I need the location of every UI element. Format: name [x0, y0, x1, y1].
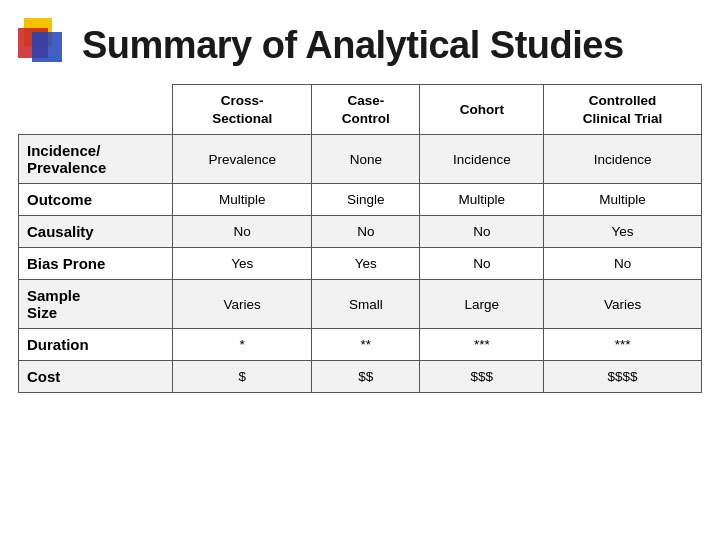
col-header-cohort: Cohort [420, 85, 544, 135]
cell-cross-sectional: Yes [173, 248, 312, 280]
cell-case-control: No [312, 216, 420, 248]
cell-cohort: *** [420, 329, 544, 361]
cell-cross-sectional: Varies [173, 280, 312, 329]
cell-controlled-clinical-trial: Yes [544, 216, 702, 248]
col-header-cross-sectional: Cross-Sectional [173, 85, 312, 135]
table-row: Bias ProneYesYesNoNo [19, 248, 702, 280]
row-label: Bias Prone [19, 248, 173, 280]
table-body: Incidence/PrevalencePrevalenceNoneIncide… [19, 135, 702, 393]
table-row: CausalityNoNoNoYes [19, 216, 702, 248]
col-header-empty [19, 85, 173, 135]
cell-cohort: $$$ [420, 361, 544, 393]
cell-cohort: No [420, 216, 544, 248]
table-container: Cross-Sectional Case-Control Cohort Cont… [0, 84, 720, 403]
page-header: Summary of Analytical Studies [0, 0, 720, 84]
table-row: SampleSizeVariesSmallLargeVaries [19, 280, 702, 329]
row-label: Causality [19, 216, 173, 248]
cell-cohort: Large [420, 280, 544, 329]
table-row: Incidence/PrevalencePrevalenceNoneIncide… [19, 135, 702, 184]
cell-controlled-clinical-trial: *** [544, 329, 702, 361]
cell-case-control: $$ [312, 361, 420, 393]
cell-cohort: Multiple [420, 184, 544, 216]
cell-cross-sectional: Prevalence [173, 135, 312, 184]
cell-case-control: ** [312, 329, 420, 361]
cell-case-control: Single [312, 184, 420, 216]
cell-cross-sectional: Multiple [173, 184, 312, 216]
table-row: Duration********* [19, 329, 702, 361]
cell-controlled-clinical-trial: No [544, 248, 702, 280]
col-header-case-control: Case-Control [312, 85, 420, 135]
row-label: Duration [19, 329, 173, 361]
page-title: Summary of Analytical Studies [82, 24, 624, 67]
cell-cohort: Incidence [420, 135, 544, 184]
col-header-controlled-clinical-trial: ControlledClinical Trial [544, 85, 702, 135]
cell-controlled-clinical-trial: Multiple [544, 184, 702, 216]
row-label: SampleSize [19, 280, 173, 329]
table-row: Cost$$$$$$$$$$ [19, 361, 702, 393]
cell-cross-sectional: * [173, 329, 312, 361]
cell-case-control: None [312, 135, 420, 184]
row-label: Incidence/Prevalence [19, 135, 173, 184]
cell-cross-sectional: $ [173, 361, 312, 393]
header-decoration [18, 18, 72, 72]
row-label: Outcome [19, 184, 173, 216]
cell-case-control: Yes [312, 248, 420, 280]
cell-controlled-clinical-trial: Incidence [544, 135, 702, 184]
cell-case-control: Small [312, 280, 420, 329]
decoration-blue [32, 32, 62, 62]
table-row: OutcomeMultipleSingleMultipleMultiple [19, 184, 702, 216]
cell-cross-sectional: No [173, 216, 312, 248]
summary-table: Cross-Sectional Case-Control Cohort Cont… [18, 84, 702, 393]
cell-controlled-clinical-trial: Varies [544, 280, 702, 329]
cell-controlled-clinical-trial: $$$$ [544, 361, 702, 393]
cell-cohort: No [420, 248, 544, 280]
row-label: Cost [19, 361, 173, 393]
table-header-row: Cross-Sectional Case-Control Cohort Cont… [19, 85, 702, 135]
